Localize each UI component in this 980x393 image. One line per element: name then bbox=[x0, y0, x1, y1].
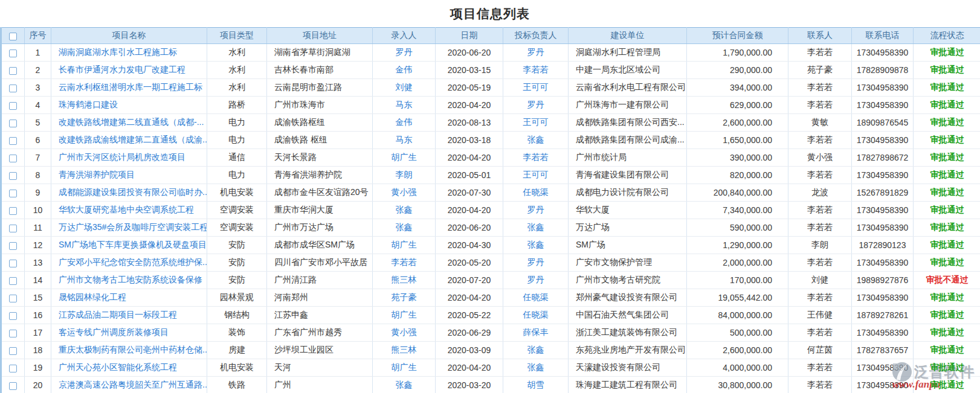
enterer-link[interactable]: 金伟 bbox=[396, 117, 413, 127]
row-checkbox[interactable] bbox=[9, 85, 17, 92]
project-name-link[interactable]: 京港澳高速公路粤境韶关至广州互通路... bbox=[59, 380, 207, 389]
row-checkbox[interactable] bbox=[9, 277, 17, 285]
project-name-link[interactable]: 湖南洞庭湖水库引水工程施工标 bbox=[59, 47, 177, 57]
cell-checkbox bbox=[1, 202, 25, 219]
bid-owner-link[interactable]: 张鑫 bbox=[527, 222, 544, 232]
project-name-link[interactable]: 珠海鹤港口建设 bbox=[59, 100, 118, 109]
project-name-link[interactable]: SM广场地下车库更换摄像机及硬盘项目 bbox=[59, 240, 207, 249]
row-checkbox[interactable] bbox=[9, 67, 17, 75]
bid-owner-link[interactable]: 任晓渠 bbox=[523, 292, 549, 302]
project-info-page: 项目信息列表 序号 项目名称 项目类型 项目地址 录入人 日期 投标负责人 建设… bbox=[0, 0, 980, 393]
project-name-link[interactable]: 广州天心苑小区智能化系统工程 bbox=[59, 362, 177, 372]
row-checkbox[interactable] bbox=[9, 225, 17, 232]
row-checkbox[interactable] bbox=[9, 102, 17, 110]
bid-owner-link[interactable]: 任晓渠 bbox=[523, 187, 549, 197]
row-checkbox[interactable] bbox=[9, 312, 17, 320]
enterer-link[interactable]: 罗丹 bbox=[396, 47, 413, 57]
project-name-link[interactable]: 长春市伊通河水力发电厂改建工程 bbox=[59, 65, 185, 74]
enterer-link[interactable]: 马东 bbox=[396, 135, 413, 144]
enterer-link[interactable]: 胡广生 bbox=[392, 152, 417, 162]
bid-owner-link[interactable]: 张鑫 bbox=[527, 345, 544, 354]
enterer-link[interactable]: 金伟 bbox=[396, 65, 413, 74]
project-name-link[interactable]: 广州市文物考古工地安防系统设备保修 bbox=[59, 275, 202, 284]
enterer-link[interactable]: 熊三林 bbox=[392, 345, 417, 354]
enterer-link[interactable]: 张鑫 bbox=[396, 380, 413, 389]
bid-owner-link[interactable]: 胡雪 bbox=[527, 380, 544, 389]
cell-seq: 7 bbox=[25, 149, 51, 167]
table-row: 20 京港澳高速公路粤境韶关至广州互通路... 铁路 广州 张鑫 2020-03… bbox=[1, 377, 980, 393]
row-checkbox[interactable] bbox=[9, 382, 17, 390]
project-name-link[interactable]: 广安邓小平纪念馆安全防范系统维护保... bbox=[59, 257, 207, 267]
bid-owner-link[interactable]: 张鑫 bbox=[527, 362, 544, 372]
cell-date: 2020-05-19 bbox=[436, 79, 503, 97]
project-name-link[interactable]: 万达广场35#会所及咖啡厅空调安装工程 bbox=[59, 222, 207, 232]
cell-project-address: 云南昆明市盈江路 bbox=[267, 79, 373, 97]
bid-owner-link[interactable]: 罗丹 bbox=[527, 257, 544, 267]
project-name-link[interactable]: 客运专线广州调度所装修项目 bbox=[59, 327, 169, 337]
bid-owner-link[interactable]: 罗丹 bbox=[527, 275, 544, 284]
row-checkbox[interactable] bbox=[9, 330, 17, 337]
row-checkbox[interactable] bbox=[9, 260, 17, 267]
bid-owner-link[interactable]: 李若若 bbox=[523, 65, 549, 74]
row-checkbox[interactable] bbox=[9, 120, 17, 127]
row-checkbox[interactable] bbox=[9, 190, 17, 197]
enterer-link[interactable]: 熊三林 bbox=[392, 275, 417, 284]
project-name-link[interactable]: 改建铁路成渝线增建第二直通线（成渝... bbox=[59, 135, 207, 144]
project-name-link[interactable]: 改建铁路线增建第二线直通线（成都-... bbox=[59, 117, 204, 127]
row-checkbox[interactable] bbox=[9, 295, 17, 302]
enterer-link[interactable]: 李朗 bbox=[396, 170, 413, 179]
enterer-link[interactable]: 李若若 bbox=[392, 257, 417, 267]
bid-owner-link[interactable]: 薛保丰 bbox=[523, 327, 549, 337]
cell-contact: 苑子豪 bbox=[788, 62, 852, 79]
enterer-link[interactable]: 张鑫 bbox=[396, 205, 413, 214]
enterer-link[interactable]: 刘健 bbox=[396, 82, 413, 92]
project-name-link[interactable]: 晟铭园林绿化工程 bbox=[59, 292, 126, 302]
row-checkbox[interactable] bbox=[9, 365, 17, 372]
project-name-link[interactable]: 云南水利枢纽潜明水库一期工程施工标 bbox=[59, 82, 202, 92]
bid-owner-link[interactable]: 罗丹 bbox=[527, 100, 544, 109]
project-name-link[interactable]: 华软大厦研究基地中央空调系统工程 bbox=[59, 205, 194, 214]
bid-owner-link[interactable]: 李若若 bbox=[523, 152, 549, 162]
cell-project-address: 广州市珠海市 bbox=[267, 97, 373, 114]
bid-owner-link[interactable]: 任晓渠 bbox=[523, 310, 549, 319]
cell-enterer: 张鑫 bbox=[373, 219, 436, 237]
bid-owner-link[interactable]: 王可可 bbox=[523, 82, 549, 92]
project-name-link[interactable]: 广州市天河区统计局机房改造项目 bbox=[59, 152, 185, 162]
enterer-link[interactable]: 胡广生 bbox=[392, 310, 417, 319]
bid-owner-link[interactable]: 罗丹 bbox=[527, 205, 544, 214]
table-row: 17 客运专线广州调度所装修项目 装饰 广东省广州市越秀 黄小强 2020-06… bbox=[1, 324, 980, 342]
enterer-link[interactable]: 苑子豪 bbox=[392, 292, 417, 302]
cell-date: 2020-06-29 bbox=[436, 324, 503, 342]
bid-owner-link[interactable]: 王可可 bbox=[523, 170, 549, 179]
row-checkbox[interactable] bbox=[9, 50, 17, 57]
col-header-enterer: 录入人 bbox=[373, 28, 436, 44]
project-name-link[interactable]: 重庆太极制药有限公司亳州中药材仓储... bbox=[59, 345, 207, 354]
cell-seq: 1 bbox=[25, 44, 51, 62]
row-checkbox[interactable] bbox=[9, 347, 17, 355]
bid-owner-link[interactable]: 张鑫 bbox=[527, 135, 544, 144]
bid-owner-link[interactable]: 罗丹 bbox=[527, 47, 544, 57]
project-name-link[interactable]: 成都能源建设集团投资有限公司临时办... bbox=[59, 187, 207, 197]
row-checkbox[interactable] bbox=[9, 137, 17, 145]
enterer-link[interactable]: 张鑫 bbox=[396, 222, 413, 232]
bid-owner-link[interactable]: 王可可 bbox=[523, 117, 549, 127]
cell-builder: 广州市统计局 bbox=[569, 149, 687, 167]
enterer-link[interactable]: 马东 bbox=[396, 100, 413, 109]
project-name-link[interactable]: 青海洪湖养护院项目 bbox=[59, 170, 135, 179]
cell-contact: 李若若 bbox=[788, 167, 852, 184]
enterer-link[interactable]: 胡广生 bbox=[392, 362, 417, 372]
col-header-builder: 建设单位 bbox=[569, 28, 687, 44]
row-checkbox[interactable] bbox=[9, 172, 17, 180]
bid-owner-link[interactable]: 张鑫 bbox=[527, 240, 544, 249]
row-checkbox[interactable] bbox=[9, 207, 17, 215]
project-name-link[interactable]: 江苏成品油二期项目一标段工程 bbox=[59, 310, 177, 319]
enterer-link[interactable]: 黄小强 bbox=[392, 327, 417, 337]
cell-seq: 3 bbox=[25, 79, 51, 97]
row-checkbox[interactable] bbox=[9, 242, 17, 250]
table-row: 15 晟铭园林绿化工程 园林景观 河南郑州 苑子豪 2020-04-20 任晓渠… bbox=[1, 289, 980, 307]
select-all-checkbox[interactable] bbox=[9, 33, 17, 40]
cell-flow-status: 审批通过 bbox=[914, 79, 980, 97]
enterer-link[interactable]: 胡广生 bbox=[392, 240, 417, 249]
row-checkbox[interactable] bbox=[9, 155, 17, 162]
enterer-link[interactable]: 黄小强 bbox=[392, 187, 417, 197]
